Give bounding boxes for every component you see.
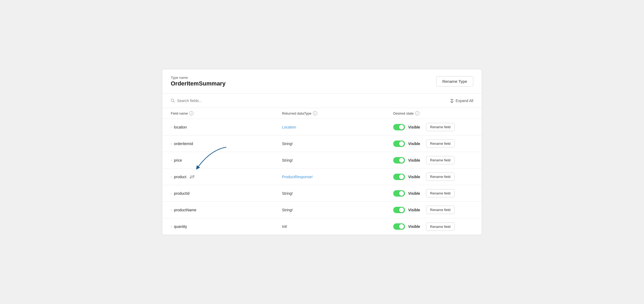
visible-label: Visible xyxy=(408,224,423,229)
chevron-icon[interactable]: › xyxy=(171,192,172,195)
field-name-info-icon: i xyxy=(189,111,193,115)
search-input[interactable] xyxy=(177,99,257,103)
field-name-cell: › orderItemId xyxy=(171,142,282,146)
field-name-cell: › productName xyxy=(171,208,282,212)
data-type-link[interactable]: ProductResponse! xyxy=(282,175,313,179)
chevron-icon[interactable]: › xyxy=(171,225,172,228)
header-left: Type name OrderItemSummary xyxy=(171,76,225,87)
visible-toggle[interactable] xyxy=(393,157,405,163)
rename-field-button[interactable]: Rename field xyxy=(426,189,455,197)
data-type-text: String! xyxy=(282,191,293,196)
desired-state-cell: Visible Rename field xyxy=(393,139,473,148)
chevron-icon[interactable]: › xyxy=(171,158,172,162)
field-name-cell: › product xyxy=(171,175,282,179)
rename-type-button[interactable]: Rename Type xyxy=(436,76,473,87)
desired-state-cell: Visible Rename field xyxy=(393,173,473,181)
col-data-type: Returned dataType i xyxy=(282,111,393,115)
visible-label: Visible xyxy=(408,175,423,179)
rename-field-button[interactable]: Rename field xyxy=(426,123,455,131)
table-area: Field name i Returned dataType i Desired… xyxy=(162,108,482,235)
desired-state-cell: Visible Rename field xyxy=(393,206,473,214)
data-type-cell: String! xyxy=(282,158,393,162)
col-desired-state: Desired state i xyxy=(393,111,473,115)
table-row: › product xyxy=(162,169,482,185)
field-name-cell: › location xyxy=(171,125,282,129)
table-row: › quantity Int! Visible Rename field xyxy=(162,218,482,235)
desired-state-cell: Visible Rename field xyxy=(393,123,473,131)
table-row: › orderItemId String! Visible Rename fie… xyxy=(162,135,482,152)
visible-toggle[interactable] xyxy=(393,207,405,213)
data-type-text: Int! xyxy=(282,224,287,229)
table-row: › price String! Visible Rename field xyxy=(162,152,482,169)
visible-toggle[interactable] xyxy=(393,141,405,147)
desired-state-cell: Visible Rename field xyxy=(393,156,473,164)
svg-line-1 xyxy=(174,102,175,103)
visible-toggle[interactable] xyxy=(393,124,405,130)
field-name-cell: › price xyxy=(171,158,282,162)
col-field-name: Field name i xyxy=(171,111,282,115)
data-type-cell: Int! xyxy=(282,224,393,229)
visible-toggle[interactable] xyxy=(393,190,405,197)
visible-label: Visible xyxy=(408,208,423,212)
chevron-icon[interactable]: › xyxy=(171,142,172,146)
search-input-wrapper xyxy=(171,99,257,103)
expand-all-button[interactable]: Expand All xyxy=(450,99,473,103)
type-label: Type name xyxy=(171,76,225,80)
field-name: quantity xyxy=(174,224,187,229)
field-name: productId xyxy=(174,191,189,196)
field-name: product xyxy=(174,175,186,179)
visible-label: Visible xyxy=(408,142,423,146)
field-name: price xyxy=(174,158,182,162)
rename-field-button[interactable]: Rename field xyxy=(426,156,455,164)
data-type-link[interactable]: Location xyxy=(282,125,296,129)
visible-label: Visible xyxy=(408,125,423,129)
data-type-cell: String! xyxy=(282,191,393,196)
data-type-text: String! xyxy=(282,158,293,162)
field-type-icon xyxy=(190,175,194,179)
data-type-text: String! xyxy=(282,208,293,212)
rename-field-button[interactable]: Rename field xyxy=(426,223,455,231)
table-row: › location Location Visible Rename field xyxy=(162,119,482,135)
field-name: location xyxy=(174,125,187,129)
data-type-text: String! xyxy=(282,142,293,146)
rename-field-button[interactable]: Rename field xyxy=(426,173,455,181)
data-type-cell: String! xyxy=(282,208,393,212)
data-type-cell: Location xyxy=(282,125,393,129)
desired-state-cell: Visible Rename field xyxy=(393,223,473,231)
data-type-info-icon: i xyxy=(313,111,317,115)
data-type-cell: String! xyxy=(282,142,393,146)
search-bar: Expand All xyxy=(162,94,482,108)
expand-all-label: Expand All xyxy=(456,99,473,103)
visible-toggle[interactable] xyxy=(393,223,405,230)
rename-field-button[interactable]: Rename field xyxy=(426,139,455,148)
field-name-cell: › quantity xyxy=(171,224,282,229)
data-type-cell: ProductResponse! xyxy=(282,175,393,179)
rename-field-button[interactable]: Rename field xyxy=(426,206,455,214)
chevron-icon[interactable]: › xyxy=(171,208,172,212)
field-name: orderItemId xyxy=(174,142,193,146)
expand-all-icon xyxy=(450,99,454,103)
visible-toggle[interactable] xyxy=(393,174,405,180)
visible-label: Visible xyxy=(408,191,423,196)
field-name: productName xyxy=(174,208,196,212)
table-row: › productName String! Visible Rename fie… xyxy=(162,202,482,218)
chevron-icon[interactable]: › xyxy=(171,175,172,179)
desired-state-cell: Visible Rename field xyxy=(393,189,473,197)
search-icon xyxy=(171,99,175,103)
chevron-icon[interactable]: › xyxy=(171,125,172,129)
desired-state-info-icon: i xyxy=(415,111,419,115)
visible-label: Visible xyxy=(408,158,423,162)
loop-icon xyxy=(190,175,194,179)
table-row: › productId String! Visible Rename field xyxy=(162,185,482,202)
header: Type name OrderItemSummary Rename Type xyxy=(162,69,482,94)
type-name: OrderItemSummary xyxy=(171,80,225,87)
field-name-cell: › productId xyxy=(171,191,282,196)
table-header: Field name i Returned dataType i Desired… xyxy=(162,108,482,119)
